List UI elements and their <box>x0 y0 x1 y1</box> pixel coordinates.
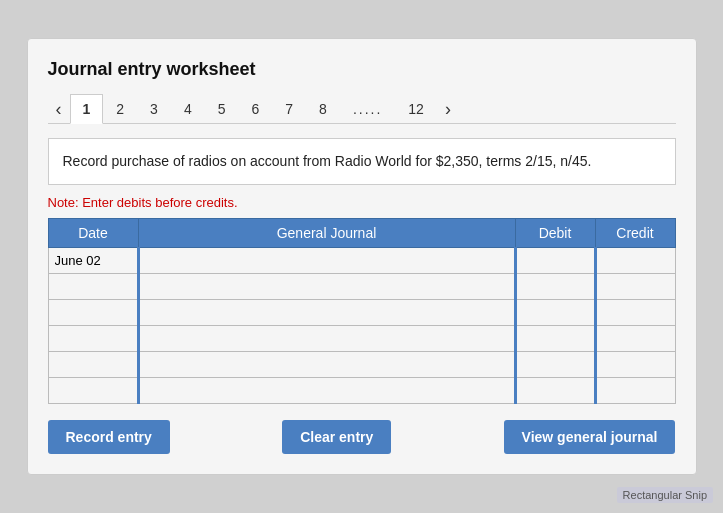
tab-8[interactable]: 8 <box>306 94 340 123</box>
row-2-date-cell <box>48 300 138 326</box>
header-debit: Debit <box>515 219 595 248</box>
row-5-journal-input[interactable] <box>140 378 514 403</box>
journal-table: Date General Journal Debit Credit <box>48 218 676 404</box>
tab-12[interactable]: 12 <box>395 94 437 123</box>
row-0-journal-input[interactable] <box>140 248 514 273</box>
row-2-debit-input[interactable] <box>517 300 594 325</box>
row-1-date-input[interactable] <box>49 274 137 299</box>
row-0-date-input[interactable] <box>49 248 137 273</box>
row-3-debit-input[interactable] <box>517 326 594 351</box>
row-2-credit-cell <box>595 300 675 326</box>
description-text: Record purchase of radios on account fro… <box>63 153 592 169</box>
row-4-credit-cell <box>595 352 675 378</box>
row-1-credit-cell <box>595 274 675 300</box>
row-1-journal-cell <box>138 274 515 300</box>
note-text: Note: Enter debits before credits. <box>48 195 676 210</box>
row-5-journal-cell <box>138 378 515 404</box>
row-3-credit-input[interactable] <box>597 326 675 351</box>
row-2-debit-cell <box>515 300 595 326</box>
row-2-credit-input[interactable] <box>597 300 675 325</box>
table-row <box>48 378 675 404</box>
header-date: Date <box>48 219 138 248</box>
row-1-credit-input[interactable] <box>597 274 675 299</box>
description-box: Record purchase of radios on account fro… <box>48 138 676 185</box>
next-arrow[interactable]: › <box>437 96 459 122</box>
row-3-credit-cell <box>595 326 675 352</box>
table-row <box>48 326 675 352</box>
row-1-debit-input[interactable] <box>517 274 594 299</box>
row-0-debit-input[interactable] <box>517 248 594 273</box>
view-journal-button[interactable]: View general journal <box>504 420 676 454</box>
journal-entry-card: Journal entry worksheet ‹ 1 2 3 4 5 6 7 … <box>27 38 697 475</box>
row-5-date-cell <box>48 378 138 404</box>
row-3-date-cell <box>48 326 138 352</box>
tab-5[interactable]: 5 <box>205 94 239 123</box>
watermark: Rectangular Snip <box>617 487 713 503</box>
tab-3[interactable]: 3 <box>137 94 171 123</box>
tab-6[interactable]: 6 <box>238 94 272 123</box>
table-row <box>48 248 675 274</box>
row-3-journal-input[interactable] <box>140 326 514 351</box>
table-row <box>48 300 675 326</box>
row-5-date-input[interactable] <box>49 378 137 403</box>
tab-dots[interactable]: ..... <box>340 94 395 123</box>
header-journal: General Journal <box>138 219 515 248</box>
tabs-row: ‹ 1 2 3 4 5 6 7 8 ..... 12 › <box>48 94 676 124</box>
row-5-debit-cell <box>515 378 595 404</box>
row-0-date-cell <box>48 248 138 274</box>
tab-1[interactable]: 1 <box>70 94 104 124</box>
row-2-date-input[interactable] <box>49 300 137 325</box>
row-1-debit-cell <box>515 274 595 300</box>
row-0-debit-cell <box>515 248 595 274</box>
table-row <box>48 352 675 378</box>
row-3-journal-cell <box>138 326 515 352</box>
row-4-debit-input[interactable] <box>517 352 594 377</box>
row-5-debit-input[interactable] <box>517 378 594 403</box>
header-credit: Credit <box>595 219 675 248</box>
row-4-journal-input[interactable] <box>140 352 514 377</box>
row-5-credit-cell <box>595 378 675 404</box>
row-4-date-input[interactable] <box>49 352 137 377</box>
record-entry-button[interactable]: Record entry <box>48 420 170 454</box>
tab-7[interactable]: 7 <box>272 94 306 123</box>
row-3-debit-cell <box>515 326 595 352</box>
clear-entry-button[interactable]: Clear entry <box>282 420 391 454</box>
page-title: Journal entry worksheet <box>48 59 676 80</box>
row-2-journal-input[interactable] <box>140 300 514 325</box>
row-2-journal-cell <box>138 300 515 326</box>
row-1-journal-input[interactable] <box>140 274 514 299</box>
tab-2[interactable]: 2 <box>103 94 137 123</box>
row-4-debit-cell <box>515 352 595 378</box>
tab-4[interactable]: 4 <box>171 94 205 123</box>
row-1-date-cell <box>48 274 138 300</box>
prev-arrow[interactable]: ‹ <box>48 96 70 122</box>
row-4-credit-input[interactable] <box>597 352 675 377</box>
row-3-date-input[interactable] <box>49 326 137 351</box>
buttons-row: Record entry Clear entry View general jo… <box>48 420 676 454</box>
row-0-journal-cell <box>138 248 515 274</box>
row-5-credit-input[interactable] <box>597 378 675 403</box>
row-0-credit-cell <box>595 248 675 274</box>
row-0-credit-input[interactable] <box>597 248 675 273</box>
row-4-date-cell <box>48 352 138 378</box>
row-4-journal-cell <box>138 352 515 378</box>
table-row <box>48 274 675 300</box>
